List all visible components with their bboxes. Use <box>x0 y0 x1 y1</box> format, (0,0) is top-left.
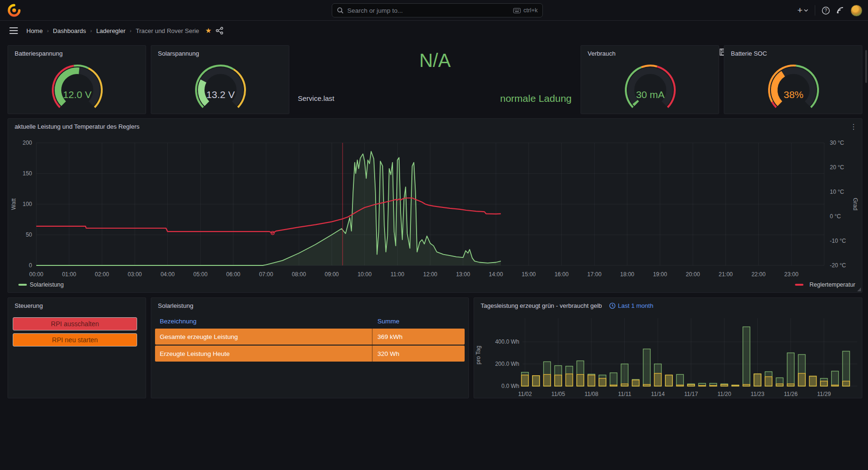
svg-text:pro Tag: pro Tag <box>475 346 482 364</box>
svg-text:23:00: 23:00 <box>784 271 798 278</box>
svg-text:18:00: 18:00 <box>620 271 634 278</box>
svg-text:12:00: 12:00 <box>423 271 437 278</box>
table-cell-label: Gesamte erzeugte Leistung <box>155 329 373 345</box>
menu-toggle-icon[interactable] <box>9 27 18 36</box>
search-bar[interactable]: ctrl+k <box>332 3 543 17</box>
solar-table: Bezeichnung Summe Gesamte erzeugte Leist… <box>155 314 465 362</box>
breadcrumb-current: Tracer und Rover Serie <box>136 27 199 34</box>
breadcrumb-separator: › <box>90 28 92 33</box>
search-input[interactable] <box>347 7 509 14</box>
panel-title[interactable]: Solarspannung <box>158 50 199 57</box>
svg-text:05:00: 05:00 <box>193 271 207 278</box>
panel-daily-energy-chart: Tagesleistung erzeugt grün - verbraucht … <box>474 297 862 398</box>
svg-text:08:00: 08:00 <box>292 271 306 278</box>
grafana-logo-icon[interactable] <box>8 4 21 17</box>
table-cell-value: 369 kWh <box>373 329 465 345</box>
svg-text:-20 °C: -20 °C <box>830 262 846 269</box>
svg-text:11/26: 11/26 <box>784 391 797 397</box>
favorite-star-icon[interactable]: ★ <box>205 26 212 35</box>
column-header-bezeichnung[interactable]: Bezeichnung <box>155 318 373 325</box>
panel-solar-table: Solarleistung Bezeichnung Summe Gesamte … <box>151 297 469 398</box>
table-cell-label: Erzeugte Leistung Heute <box>155 346 373 362</box>
svg-text:Reglertemperatur: Reglertemperatur <box>810 281 855 288</box>
svg-text:150: 150 <box>23 170 32 177</box>
help-icon[interactable]: ? <box>822 7 830 15</box>
keyboard-icon <box>513 8 521 13</box>
consumption-gauge: 30 mA <box>613 62 688 111</box>
svg-text:30 °C: 30 °C <box>830 140 844 146</box>
breadcrumb-separator: › <box>47 28 49 33</box>
breadcrumb-toolbar-row: Home › Dashboards › Laderegler › Tracer … <box>0 21 868 40</box>
panel-title[interactable]: Steuerung <box>15 302 43 309</box>
svg-text:12.0 V: 12.0 V <box>63 89 92 100</box>
battery-voltage-gauge: 12.0 V <box>40 62 115 111</box>
svg-text:20:00: 20:00 <box>686 271 700 278</box>
table-header-row: Bezeichnung Summe <box>155 314 465 328</box>
shortcut-hint: ctrl+k <box>513 7 538 14</box>
svg-text:01:00: 01:00 <box>62 271 76 278</box>
svg-text:11/05: 11/05 <box>551 391 565 397</box>
svg-text:22:00: 22:00 <box>752 271 766 278</box>
table-row: Erzeugte Leistung Heute 320 Wh <box>155 346 465 362</box>
svg-text:38%: 38% <box>784 89 803 100</box>
svg-text:Grad: Grad <box>852 198 859 211</box>
svg-text:20 °C: 20 °C <box>830 164 844 171</box>
breadcrumb-separator: › <box>130 28 131 33</box>
svg-text:04:00: 04:00 <box>161 271 175 278</box>
svg-text:11/29: 11/29 <box>817 391 831 397</box>
panel-battery-voltage: Batteriespannung 12.0 V <box>8 45 146 114</box>
table-row: Gesamte erzeugte Leistung 369 kWh <box>155 329 465 345</box>
svg-text:11:00: 11:00 <box>391 271 404 278</box>
svg-text:0.0 Wh: 0.0 Wh <box>501 383 519 389</box>
news-rss-icon[interactable] <box>836 7 844 14</box>
panel-title[interactable]: Batterie SOC <box>731 50 767 57</box>
svg-text:13.2 V: 13.2 V <box>206 89 235 100</box>
new-button[interactable]: + <box>797 5 808 16</box>
svg-text:400.0 Wh: 400.0 Wh <box>495 338 519 345</box>
svg-text:14:00: 14:00 <box>489 271 503 278</box>
time-series-chart[interactable]: 05010015020030 °C20 °C10 °C0 °C-10 °C-20… <box>8 119 862 292</box>
svg-text:-10 °C: -10 °C <box>830 238 846 244</box>
breadcrumb-folder[interactable]: Laderegler <box>96 27 125 34</box>
svg-text:21:00: 21:00 <box>719 271 733 278</box>
svg-text:17:00: 17:00 <box>587 271 601 278</box>
svg-text:16:00: 16:00 <box>555 271 569 278</box>
scrollbar-thumb[interactable] <box>865 50 867 83</box>
svg-text:100: 100 <box>23 201 32 207</box>
svg-text:11/02: 11/02 <box>518 391 532 397</box>
breadcrumb-home[interactable]: Home <box>26 27 43 34</box>
svg-text:19:00: 19:00 <box>653 271 667 278</box>
rpi-shutdown-button[interactable]: RPI ausschalten <box>13 317 137 330</box>
solar-voltage-gauge: 13.2 V <box>183 62 258 111</box>
svg-text:11/08: 11/08 <box>584 391 598 397</box>
svg-text:06:00: 06:00 <box>226 271 240 278</box>
breadcrumb-dashboards[interactable]: Dashboards <box>53 27 86 34</box>
charge-mode-text: normale Ladung <box>294 93 572 104</box>
svg-text:11/11: 11/11 <box>618 391 631 397</box>
panel-title[interactable]: Batteriespannung <box>15 50 63 57</box>
svg-text:03:00: 03:00 <box>128 271 142 278</box>
svg-text:30 mA: 30 mA <box>636 89 665 100</box>
column-header-summe[interactable]: Summe <box>373 318 465 325</box>
user-avatar[interactable] <box>851 5 862 16</box>
share-icon[interactable] <box>216 27 223 34</box>
daily-bar-chart[interactable]: 0.0 Wh200.0 Wh400.0 Wh11/0211/0511/0811/… <box>474 298 862 398</box>
svg-text:Watt: Watt <box>10 198 17 210</box>
svg-text:00:00: 00:00 <box>29 271 43 278</box>
svg-text:200: 200 <box>23 140 32 146</box>
svg-text:13:00: 13:00 <box>456 271 470 278</box>
panel-consumption: Verbrauch 30 mA <box>581 45 719 114</box>
grafana-dashboard: ctrl+k + ? Home › Dashboards › Laderegle… <box>0 0 868 470</box>
panel-battery-soc: Batterie SOC 38% <box>724 45 862 114</box>
svg-text:0: 0 <box>29 262 32 269</box>
svg-text:07:00: 07:00 <box>259 271 273 278</box>
service-status-value: N/A <box>294 50 576 71</box>
svg-text:200.0 Wh: 200.0 Wh <box>495 361 519 367</box>
svg-text:15:00: 15:00 <box>522 271 536 278</box>
rpi-restart-button[interactable]: RPI neu starten <box>13 333 137 346</box>
panel-title[interactable]: Solarleistung <box>158 302 193 309</box>
svg-text:11/23: 11/23 <box>751 391 764 397</box>
battery-soc-gauge: 38% <box>756 62 831 111</box>
breadcrumb: Home › Dashboards › Laderegler › Tracer … <box>26 21 223 40</box>
panel-title[interactable]: Verbrauch <box>588 50 615 57</box>
